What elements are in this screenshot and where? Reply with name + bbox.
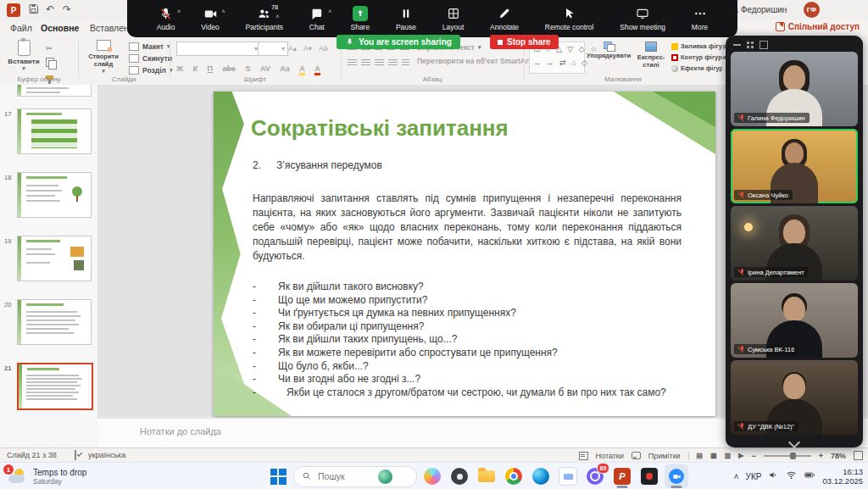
slideshow-button[interactable]: ▶ [738,452,743,459]
columns-icon[interactable] [402,59,409,67]
viber-icon[interactable]: 89 [583,464,607,488]
chevron-up-icon[interactable]: ˄ [177,8,181,14]
account-avatar[interactable]: ГФ [804,2,820,18]
annotate-button[interactable]: Annotate [490,7,519,31]
underline-button[interactable]: П [208,64,213,73]
align-right-icon[interactable] [375,59,384,67]
share-access-button[interactable]: Спільний доступ [776,22,860,31]
notes-toggle[interactable]: Нотатки [596,452,624,460]
participant-video-active-speaker[interactable]: Оксана Чуйко [731,129,858,203]
pause-share-button[interactable]: Pause [396,7,416,31]
powerpoint-taskbar-icon[interactable]: P [610,464,634,488]
slide-thumbnail-partial[interactable] [17,85,92,97]
volume-icon[interactable] [768,469,779,484]
strikethrough-button[interactable]: abc [223,64,236,73]
expand-panel-icon[interactable] [760,41,768,49]
normal-view-button[interactable]: ▤ [697,452,704,459]
quick-styles-button[interactable]: Експрес-стилі [631,42,671,69]
shape-effects-button[interactable]: Ефекти фігур▾ [671,63,729,74]
weather-widget[interactable]: 1 Temps to drop Saturday [0,463,134,489]
more-button[interactable]: More [692,7,708,31]
remote-control-button[interactable]: Remote control [545,7,594,31]
align-center-icon[interactable] [361,59,370,67]
search-input[interactable] [316,470,374,482]
reading-view-button[interactable]: ▥ [725,452,732,459]
start-button[interactable] [266,464,290,488]
gallery-view-icon[interactable] [747,42,754,48]
font-name-select[interactable]: ▾ [176,42,261,56]
redo-button[interactable]: ↷ [63,2,71,17]
zoom-out-button[interactable]: − [751,452,755,460]
edge-icon[interactable] [529,464,553,488]
wifi-icon[interactable] [786,469,797,484]
participant-video[interactable]: Галина Федоришин [731,52,858,126]
comments-icon[interactable] [632,452,641,459]
tab-file[interactable]: Файл [8,20,34,37]
arrange-button[interactable]: Упорядкувати [587,42,631,59]
language-indicator[interactable]: УКР [746,472,762,481]
participants-button[interactable]: 78 ˄ Participants [246,7,283,31]
zoom-in-button[interactable]: + [819,452,823,460]
highlight-color-button[interactable]: А [299,64,305,75]
audio-button[interactable]: ˄ Audio [157,7,175,31]
paste-button[interactable]: Вставити ▾ [7,40,41,70]
shrink-font-button[interactable]: А▾ [303,44,312,53]
video-button[interactable]: ˄ Video [201,7,220,31]
collapse-strip-button[interactable] [726,437,863,451]
slide-thumbnail[interactable] [17,172,92,218]
font-size-select[interactable]: ▾ [258,42,288,56]
proofing-icon[interactable] [75,450,76,460]
chevron-up-icon[interactable]: ˄ [328,8,331,14]
chrome-icon[interactable] [502,464,526,488]
participant-video[interactable]: ДУ "ДВК (№12)" [731,360,858,435]
undo-button[interactable]: ↶ [46,2,54,17]
chat-button[interactable]: ˄ Chat [309,7,325,31]
zoom-slider[interactable] [764,455,811,457]
comments-toggle[interactable]: Примітки [648,452,681,460]
zoom-app-icon[interactable] [665,464,688,488]
character-spacing-button[interactable]: AV [260,64,270,73]
tab-home[interactable]: Основне [39,20,81,39]
case-button[interactable]: Аа [280,64,290,73]
font-color-button[interactable]: А [314,64,320,75]
chevron-up-icon[interactable]: ˄ [221,8,225,14]
grow-font-button[interactable]: А▴ [288,44,297,53]
slide-thumbnail[interactable] [17,299,92,345]
share-screen-button[interactable]: Share [350,7,370,31]
powerpoint-logo-icon[interactable]: P [7,3,20,17]
language-button[interactable]: українська [88,451,125,459]
battery-icon[interactable] [804,469,815,484]
record-app-icon[interactable] [637,464,661,488]
justify-icon[interactable] [388,59,398,67]
align-left-icon[interactable] [348,59,357,67]
reset-button[interactable]: Скинути [129,53,172,64]
copilot-icon[interactable] [420,464,444,488]
section-button[interactable]: Розділ▾ [129,65,172,75]
smartart-button[interactable]: Перетворити на об’єкт SmartArt▾ [417,56,537,66]
fit-to-window-icon[interactable] [854,451,863,460]
search-bar[interactable] [293,466,417,487]
zoom-level[interactable]: 78% [831,452,846,460]
dark-app-icon[interactable] [448,464,471,488]
slide-canvas[interactable]: Сократівські запитання 2. З’ясування пер… [214,92,715,416]
change-case-button[interactable]: Аа [319,44,328,53]
layout-button[interactable]: Layout [442,7,465,31]
file-explorer-icon[interactable] [475,464,498,488]
new-slide-button[interactable]: Створити слайд ▾ [83,40,124,73]
slide-sorter-view-button[interactable]: ▦ [710,452,717,459]
save-button[interactable] [27,3,40,19]
tray-chevron-up-icon[interactable]: ˄ [734,472,739,481]
light-app-icon[interactable] [556,464,580,488]
participant-video[interactable]: Сумська ВК-116 [731,283,858,358]
bold-button[interactable]: Ж [176,64,183,73]
text-shadow-button[interactable]: S [245,64,250,73]
clock[interactable]: 16:13 03.12.2025 [822,467,863,486]
notes-toggle-icon[interactable] [579,452,588,460]
cut-button[interactable]: ✂ [46,43,53,53]
minimize-panel-icon[interactable] [733,44,741,46]
participant-video[interactable]: Ірина Департамент [731,206,858,281]
slide-thumbnail[interactable] [17,108,92,154]
italic-button[interactable]: К [193,64,198,73]
zoom-slider-thumb[interactable] [790,453,796,459]
show-meeting-button[interactable]: Show meeting [620,7,665,31]
